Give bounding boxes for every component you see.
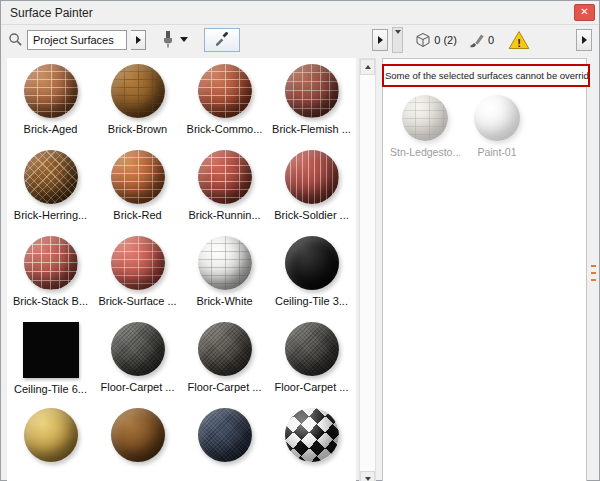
warning-text: Some of the selected surfaces cannot be … bbox=[385, 70, 590, 81]
material-item[interactable]: Paint-01 bbox=[461, 95, 533, 158]
surface-catalog-value: Project Surfaces bbox=[33, 34, 114, 46]
material-preview bbox=[285, 408, 339, 462]
material-label: Floor-Carpet ... bbox=[188, 381, 262, 393]
material-label: Brick-Flemish ... bbox=[272, 123, 351, 135]
material-item[interactable]: Brick-Herring... bbox=[7, 144, 94, 230]
material-preview bbox=[23, 322, 79, 378]
chevron-right-icon bbox=[582, 36, 587, 44]
material-preview bbox=[402, 95, 448, 141]
material-item[interactable] bbox=[94, 402, 181, 481]
material-label: Stn-Ledgesto... bbox=[390, 146, 460, 158]
close-icon: ✕ bbox=[580, 6, 588, 17]
painted-surfaces-counter: 0 bbox=[469, 32, 494, 48]
material-item[interactable] bbox=[268, 402, 355, 481]
panel-grip[interactable] bbox=[589, 58, 598, 481]
material-item[interactable]: Brick-Stack B... bbox=[7, 230, 94, 316]
scroll-up-button[interactable] bbox=[360, 59, 375, 75]
eyedropper-icon bbox=[214, 30, 230, 50]
surface-painter-window: Surface Painter ✕ Project Surfaces bbox=[0, 0, 600, 481]
material-preview bbox=[285, 322, 339, 376]
material-label: Paint-01 bbox=[477, 146, 516, 158]
expand-panel-right-button[interactable] bbox=[576, 29, 592, 51]
material-label: Brick-Herring... bbox=[14, 209, 87, 221]
arrow-down-icon bbox=[365, 477, 371, 481]
override-warning-message: Some of the selected surfaces cannot be … bbox=[382, 64, 590, 87]
material-preview bbox=[198, 64, 252, 118]
splitter-arrow-icon bbox=[395, 30, 401, 34]
material-item[interactable]: Brick-Aged bbox=[7, 58, 94, 144]
material-item[interactable]: Brick-Brown bbox=[94, 58, 181, 144]
material-item[interactable]: Brick-Red bbox=[94, 144, 181, 230]
material-item[interactable]: Brick-Commo... bbox=[181, 58, 268, 144]
paint-count: 0 bbox=[488, 34, 494, 46]
toolbar: Project Surfaces 0 (2) bbox=[1, 25, 599, 56]
eyedropper-button[interactable] bbox=[204, 28, 240, 52]
material-preview bbox=[111, 408, 165, 462]
content-area: Brick-Aged Brick-Brown Brick-Commo... Br… bbox=[1, 56, 599, 481]
surface-catalog-dropdown-button[interactable] bbox=[131, 30, 146, 50]
material-label: Brick-Stack B... bbox=[13, 295, 88, 307]
element-count: 0 (2) bbox=[434, 34, 457, 46]
scrollbar-track[interactable] bbox=[360, 75, 375, 471]
material-preview bbox=[24, 150, 78, 204]
material-label: Brick-Aged bbox=[24, 123, 78, 135]
material-label: Floor-Carpet ... bbox=[101, 381, 175, 393]
material-item[interactable]: Floor-Carpet ... bbox=[94, 316, 181, 402]
material-item[interactable]: Brick-Soldier ... bbox=[268, 144, 355, 230]
material-label: Brick-Soldier ... bbox=[274, 209, 349, 221]
close-button[interactable]: ✕ bbox=[574, 4, 595, 21]
material-label: Ceiling-Tile 6... bbox=[14, 383, 87, 395]
material-label: Brick-Runnin... bbox=[188, 209, 260, 221]
material-item[interactable]: Stn-Ledgesto... bbox=[389, 95, 461, 158]
titlebar[interactable]: Surface Painter ✕ bbox=[1, 1, 599, 25]
paint-tool-dropdown-icon[interactable] bbox=[180, 37, 188, 42]
material-grid: Brick-Aged Brick-Brown Brick-Commo... Br… bbox=[7, 58, 356, 481]
arrow-up-icon bbox=[365, 65, 371, 69]
material-preview bbox=[24, 236, 78, 290]
material-preview bbox=[285, 236, 339, 290]
material-preview bbox=[111, 236, 165, 290]
material-item[interactable]: Ceiling-Tile 6... bbox=[7, 316, 94, 402]
material-item[interactable]: Ceiling-Tile 3... bbox=[268, 230, 355, 316]
material-item[interactable]: Floor-Carpet ... bbox=[268, 316, 355, 402]
chevron-right-icon bbox=[136, 36, 141, 44]
material-label: Brick-Red bbox=[113, 209, 161, 221]
material-preview bbox=[198, 236, 252, 290]
material-label: Brick-Brown bbox=[108, 123, 167, 135]
material-label: Ceiling-Tile 3... bbox=[275, 295, 348, 307]
material-label: Brick-Commo... bbox=[187, 123, 263, 135]
material-preview bbox=[285, 150, 339, 204]
material-item[interactable] bbox=[181, 402, 268, 481]
selected-surfaces-panel: Some of the selected surfaces cannot be … bbox=[382, 58, 587, 481]
toolbar-splitter[interactable] bbox=[392, 27, 403, 53]
material-preview bbox=[198, 322, 252, 376]
material-item[interactable]: Floor-Carpet ... bbox=[181, 316, 268, 402]
grip-dash-icon bbox=[591, 279, 596, 281]
grid-scrollbar[interactable] bbox=[359, 58, 376, 481]
grip-dash-icon bbox=[591, 265, 596, 267]
material-preview bbox=[111, 150, 165, 204]
material-preview bbox=[474, 95, 520, 141]
surface-catalog-combo[interactable]: Project Surfaces bbox=[27, 30, 127, 50]
chevron-right-icon bbox=[378, 36, 383, 44]
selected-elements-counter: 0 (2) bbox=[415, 32, 457, 48]
material-preview bbox=[198, 408, 252, 462]
selected-materials-list: Stn-Ledgesto... Paint-01 bbox=[383, 95, 586, 158]
material-preview bbox=[111, 64, 165, 118]
material-preview bbox=[198, 150, 252, 204]
window-title: Surface Painter bbox=[10, 6, 574, 20]
material-item[interactable]: Brick-Surface ... bbox=[94, 230, 181, 316]
scroll-down-button[interactable] bbox=[360, 471, 375, 481]
warning-indicator[interactable]: ! bbox=[508, 30, 530, 50]
warning-exclamation: ! bbox=[508, 30, 530, 50]
material-preview bbox=[24, 408, 78, 462]
material-item[interactable] bbox=[7, 402, 94, 481]
search-icon bbox=[8, 32, 23, 47]
expand-panel-left-button[interactable] bbox=[372, 29, 388, 51]
paint-tool-icon[interactable] bbox=[160, 30, 176, 49]
material-label: Brick-White bbox=[196, 295, 252, 307]
material-item[interactable]: Brick-Runnin... bbox=[181, 144, 268, 230]
material-preview bbox=[111, 322, 165, 376]
material-item[interactable]: Brick-White bbox=[181, 230, 268, 316]
material-item[interactable]: Brick-Flemish ... bbox=[268, 58, 355, 144]
